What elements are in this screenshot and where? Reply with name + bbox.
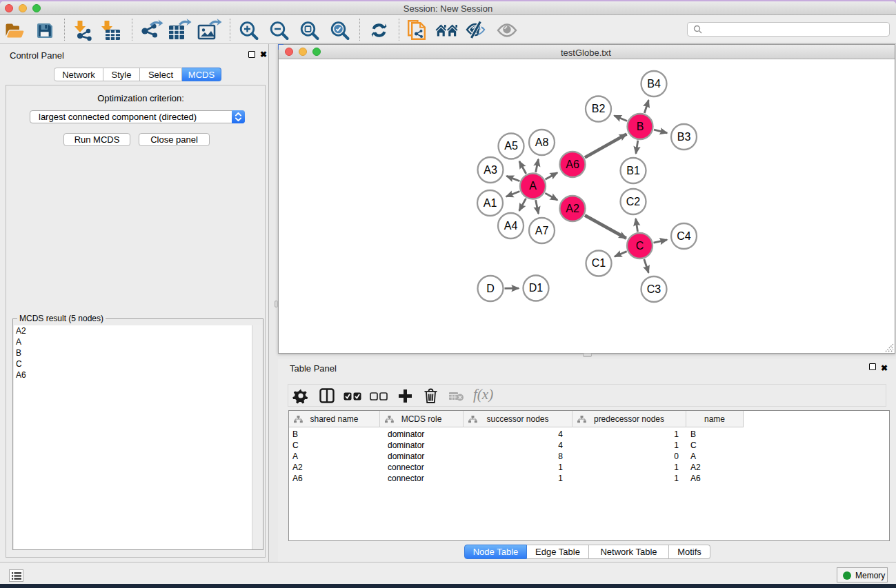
svg-text:C: C bbox=[636, 240, 644, 252]
svg-text:B2: B2 bbox=[592, 103, 606, 114]
svg-text:C3: C3 bbox=[647, 283, 661, 295]
svg-text:C4: C4 bbox=[677, 230, 691, 242]
svg-text:B1: B1 bbox=[626, 165, 640, 176]
svg-text:B3: B3 bbox=[677, 131, 691, 143]
svg-text:B4: B4 bbox=[647, 78, 661, 90]
svg-text:C2: C2 bbox=[626, 196, 641, 207]
svg-text:A2: A2 bbox=[566, 203, 579, 214]
svg-text:B: B bbox=[637, 121, 644, 132]
svg-text:A4: A4 bbox=[504, 220, 518, 232]
svg-text:A7: A7 bbox=[535, 225, 549, 236]
svg-text:A1: A1 bbox=[484, 197, 497, 209]
svg-text:A5: A5 bbox=[504, 140, 518, 152]
svg-text:D1: D1 bbox=[529, 282, 544, 294]
svg-text:A6: A6 bbox=[566, 159, 579, 170]
svg-text:D: D bbox=[486, 283, 495, 294]
svg-text:A3: A3 bbox=[484, 164, 497, 176]
svg-text:C1: C1 bbox=[592, 257, 606, 269]
svg-text:A: A bbox=[529, 180, 537, 192]
svg-text:A8: A8 bbox=[535, 136, 549, 148]
